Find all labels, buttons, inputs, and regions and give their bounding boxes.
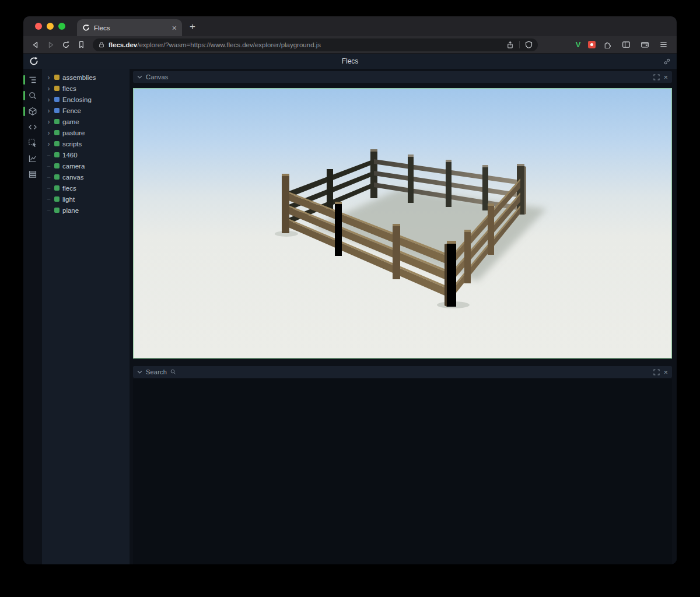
sidebar-toggle-icon[interactable] bbox=[619, 38, 633, 52]
entity-color-square bbox=[54, 208, 60, 213]
sidebar-item-inspect[interactable] bbox=[23, 136, 42, 149]
url-actions bbox=[506, 41, 533, 49]
tree-item[interactable]: › game bbox=[42, 116, 130, 127]
tree-item-chevron[interactable]: › bbox=[46, 129, 51, 136]
entity-color-square bbox=[54, 141, 60, 146]
code-icon bbox=[28, 122, 37, 132]
sidebar-item-stats[interactable] bbox=[23, 152, 42, 165]
chart-icon bbox=[28, 154, 37, 163]
flecs-explorer-app: Flecs bbox=[23, 54, 677, 564]
tree-item-chevron[interactable]: › bbox=[46, 74, 51, 81]
search-panel-content bbox=[133, 379, 672, 564]
tree-item[interactable]: – light bbox=[42, 194, 130, 205]
tree-item[interactable]: – flecs bbox=[42, 182, 130, 194]
tree-item[interactable]: › Enclosing bbox=[42, 94, 130, 105]
tab-close-icon[interactable]: × bbox=[172, 24, 177, 32]
close-icon[interactable]: × bbox=[663, 368, 668, 376]
chevron-down-icon[interactable] bbox=[137, 75, 142, 79]
tree-item-chevron[interactable]: › bbox=[46, 118, 51, 125]
tree-item[interactable]: › scripts bbox=[42, 138, 130, 149]
sidebar-item-entities[interactable] bbox=[23, 73, 42, 86]
tree-item-chevron[interactable]: › bbox=[46, 141, 51, 148]
extension-cluster: V bbox=[573, 38, 670, 52]
tree-item-chevron: – bbox=[46, 163, 51, 169]
tree-item-chevron: – bbox=[46, 196, 51, 202]
tree-item[interactable]: › pasture bbox=[42, 127, 130, 138]
wallet-icon[interactable] bbox=[638, 38, 652, 52]
entity-color-square bbox=[54, 130, 60, 135]
tree-item-label: flecs bbox=[62, 185, 76, 192]
brave-shield-icon[interactable] bbox=[525, 41, 533, 49]
tree-item[interactable]: – 1460 bbox=[42, 149, 130, 160]
close-window-button[interactable] bbox=[35, 23, 42, 30]
sidebar-item-scripts[interactable] bbox=[23, 121, 42, 134]
fullscreen-icon[interactable] bbox=[653, 369, 660, 375]
link-icon[interactable] bbox=[663, 57, 671, 68]
reload-icon[interactable] bbox=[59, 38, 73, 52]
sidebar-item-tables[interactable] bbox=[23, 168, 42, 181]
search-icon bbox=[28, 91, 37, 100]
tree-item[interactable]: › assemblies bbox=[42, 72, 130, 83]
tree-item-chevron: – bbox=[46, 185, 51, 191]
bookmark-icon[interactable] bbox=[74, 38, 88, 52]
entity-color-square bbox=[54, 119, 60, 124]
close-icon[interactable]: × bbox=[663, 73, 668, 81]
sidebar-item-query[interactable] bbox=[23, 89, 42, 102]
browser-tab[interactable]: Flecs × bbox=[77, 19, 182, 36]
fullscreen-icon[interactable] bbox=[653, 74, 660, 80]
flecs-favicon-icon bbox=[82, 24, 90, 31]
tree-item-label: light bbox=[62, 196, 75, 203]
tree-item-label: pasture bbox=[62, 129, 85, 136]
url-text: flecs.dev/explorer/?wasm=https://www.fle… bbox=[108, 41, 503, 48]
red-extension-icon[interactable] bbox=[588, 41, 596, 48]
tree-item-chevron[interactable]: › bbox=[46, 85, 51, 92]
tree-item-label: canvas bbox=[62, 174, 83, 181]
entity-color-square bbox=[54, 152, 60, 157]
fence-3d-scene bbox=[134, 89, 671, 358]
tree-item[interactable]: – canvas bbox=[42, 171, 130, 182]
tree-item-chevron[interactable]: › bbox=[46, 96, 51, 103]
tree-item-label: 1460 bbox=[62, 152, 78, 159]
new-tab-button[interactable]: + bbox=[190, 22, 195, 31]
entity-color-square bbox=[54, 174, 60, 180]
minimize-window-button[interactable] bbox=[47, 23, 54, 30]
window-controls bbox=[35, 23, 65, 30]
zoom-window-button[interactable] bbox=[58, 23, 65, 30]
puzzle-icon[interactable] bbox=[600, 38, 614, 52]
entity-tree: › assemblies › flecs › Enclosing › Fence… bbox=[42, 69, 130, 564]
browser-window: Flecs × + flecs bbox=[23, 16, 677, 564]
url-bar[interactable]: flecs.dev/explorer/?wasm=https://www.fle… bbox=[93, 38, 538, 51]
icon-rail bbox=[23, 69, 42, 564]
tree-item-chevron: – bbox=[46, 174, 51, 180]
canvas-viewport[interactable] bbox=[133, 88, 672, 359]
tree-item[interactable]: – camera bbox=[42, 160, 130, 171]
tree-item-label: Fence bbox=[62, 107, 81, 114]
chevron-down-icon[interactable] bbox=[137, 370, 142, 374]
tree-item[interactable]: › flecs bbox=[42, 83, 130, 94]
tree-item-label: game bbox=[62, 118, 79, 125]
tree-item-label: scripts bbox=[62, 141, 82, 148]
tree-item-chevron[interactable]: › bbox=[46, 107, 51, 114]
search-panel-header: Search × bbox=[133, 366, 672, 378]
app-header: Flecs bbox=[23, 54, 677, 69]
url-path: /explorer/?wasm=https://www.flecs.dev/ex… bbox=[137, 41, 321, 48]
divider bbox=[519, 41, 520, 48]
canvas-panel-header: Canvas × bbox=[133, 71, 672, 83]
tree-item[interactable]: › Fence bbox=[42, 105, 130, 116]
tree-item-chevron: – bbox=[46, 208, 51, 213]
entity-color-square bbox=[54, 97, 60, 102]
entity-color-square bbox=[54, 196, 60, 202]
canvas-panel-title: Canvas bbox=[146, 73, 169, 80]
forward-icon[interactable] bbox=[44, 38, 58, 52]
browser-toolbar: flecs.dev/explorer/?wasm=https://www.fle… bbox=[23, 36, 677, 54]
v-extension-icon[interactable]: V bbox=[573, 40, 583, 50]
tree-item-label: plane bbox=[62, 207, 79, 214]
menu-icon[interactable] bbox=[656, 38, 670, 52]
tree-item-chevron: – bbox=[46, 152, 51, 158]
sidebar-item-components[interactable] bbox=[23, 105, 42, 118]
rows-icon bbox=[28, 170, 37, 179]
share-icon[interactable] bbox=[506, 41, 514, 49]
entity-color-square bbox=[54, 75, 60, 80]
back-icon[interactable] bbox=[29, 38, 43, 52]
tree-item[interactable]: – plane bbox=[42, 205, 130, 216]
